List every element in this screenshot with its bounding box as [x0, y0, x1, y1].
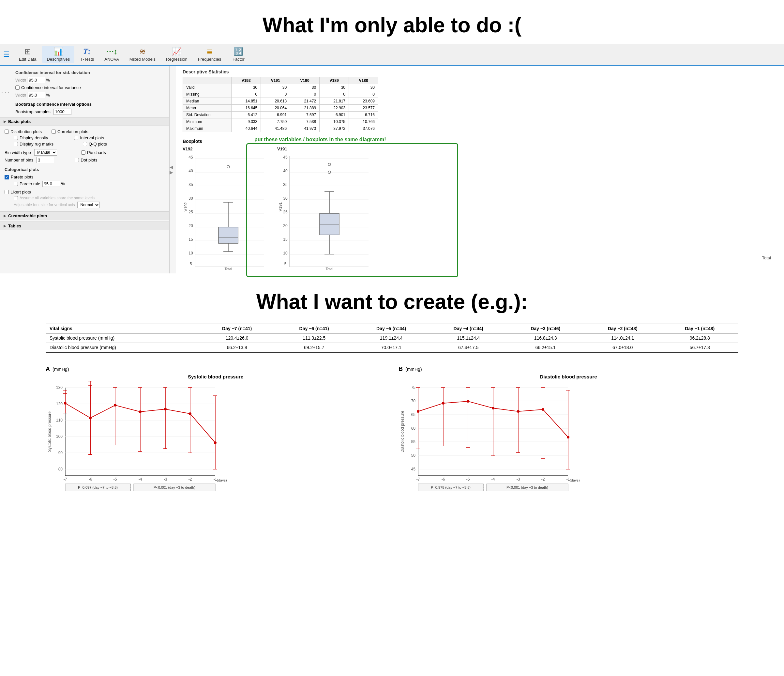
svg-text:20: 20: [283, 223, 288, 228]
num-bins-input[interactable]: [36, 157, 54, 163]
svg-text:35: 35: [188, 182, 193, 187]
width-input-1[interactable]: [27, 77, 45, 83]
boxplots-area: Boxplots put these variables / boxplots …: [183, 139, 778, 270]
factor-button[interactable]: 🔢 Factor: [227, 46, 250, 63]
dot-plots-label: Dot plots: [81, 157, 97, 162]
chart-a-svg: 80 90 100 110 120 130: [46, 381, 222, 505]
vital-cell-1-2: 69.2±15.7: [275, 343, 353, 353]
dot-plots-checkbox[interactable]: [75, 158, 79, 162]
vital-row-0: Systolic blood pressure (mmHg)120.4±26.0…: [46, 333, 738, 343]
pie-charts-checkbox[interactable]: [81, 150, 86, 155]
chart-a-panel: A: [46, 366, 50, 372]
stats-col-v191: V191: [261, 77, 290, 84]
edit-data-label: Edit Data: [19, 57, 36, 62]
vital-cell-1-0: Diastolic blood pressure (mmHg): [46, 343, 198, 353]
tables-section[interactable]: ▶ Tables: [0, 221, 169, 231]
svg-text:110: 110: [56, 418, 62, 422]
pareto-rule-row: Pareto rule %: [5, 180, 165, 188]
v192-boxplot-svg: 45 40 35 30 25 20 15 10 5: [183, 153, 274, 270]
edit-data-button[interactable]: ⊞ Edit Data: [14, 46, 41, 63]
likert-label: Likert plots: [11, 190, 31, 195]
descriptives-button[interactable]: 📊 Descriptives: [42, 46, 75, 63]
stats-cell-2-3: 21.472: [290, 98, 320, 105]
vital-cell-1-5: 66.2±15.1: [507, 343, 584, 353]
svg-text:45: 45: [283, 155, 288, 160]
stats-cell-0-1: 30: [232, 84, 261, 91]
stats-cell-1-1: 0: [232, 91, 261, 98]
bin-width-select[interactable]: Manual: [34, 149, 57, 156]
likert-checkbox[interactable]: [5, 190, 9, 194]
qq-plots-checkbox[interactable]: [83, 142, 87, 146]
regression-icon: 📈: [172, 47, 182, 56]
customizable-plots-section[interactable]: ▶ Customizable plots: [0, 212, 169, 220]
pie-charts-label: Pie charts: [87, 150, 106, 155]
svg-text:(days): (days): [570, 478, 580, 482]
v191-label: V191: [277, 146, 381, 151]
num-bins-label: Number of bins: [5, 157, 33, 162]
chart-a-title: Systolic blood pressure: [46, 374, 386, 379]
svg-text:Systolic blood pressure: Systolic blood pressure: [47, 411, 52, 452]
bootstrap-samples-input[interactable]: [53, 109, 72, 115]
interval-plots-checkbox[interactable]: [74, 136, 78, 140]
stats-cell-6-0: Maximum: [183, 125, 232, 132]
stats-row-5: Minimum9.3337.7507.53810.37510.766: [183, 118, 378, 125]
svg-point-101: [64, 402, 67, 405]
svg-text:80: 80: [58, 467, 63, 472]
bootstrap-samples-label: Bootstrap samples: [16, 109, 51, 114]
stats-cell-4-0: Std. Deviation: [183, 112, 232, 118]
svg-text:-4: -4: [138, 477, 142, 481]
stats-cell-0-2: 30: [261, 84, 290, 91]
pareto-pct: %: [61, 181, 65, 186]
regression-button[interactable]: 📈 Regression: [162, 46, 192, 63]
vital-cell-0-0: Systolic blood pressure (mmHg): [46, 333, 198, 343]
svg-text:-5: -5: [114, 477, 117, 481]
vital-cell-0-1: 120.4±26.0: [198, 333, 275, 343]
ci-variance-checkbox[interactable]: [16, 86, 20, 90]
svg-text:-1: -1: [214, 477, 217, 481]
mixed-models-button[interactable]: ≋ Mixed Models: [125, 46, 160, 63]
svg-text:-5: -5: [467, 477, 470, 481]
categorical-title: Categorical plots: [0, 165, 169, 173]
vital-cell-1-1: 66.2±13.8: [198, 343, 275, 353]
panel-drag-handle[interactable]: · · ·: [0, 90, 11, 95]
stats-cell-2-1: 14.851: [232, 98, 261, 105]
pareto-val-input[interactable]: [42, 181, 60, 187]
frequencies-button[interactable]: ≣ Frequencies: [193, 46, 226, 63]
svg-point-165: [542, 408, 544, 411]
ci-std-dev-label: Confidence interval for std. deviation: [11, 69, 96, 76]
panel-collapse-handle[interactable]: ◀ ▶: [170, 66, 176, 273]
basic-plots-section[interactable]: ▶ Basic plots: [0, 117, 169, 126]
stats-row-0: Valid3030303030: [183, 84, 378, 91]
svg-text:45: 45: [188, 155, 193, 160]
chart-a-data: [63, 385, 217, 469]
edit-data-icon: ⊞: [25, 47, 31, 56]
font-select[interactable]: Normal: [77, 202, 100, 208]
total-label: Total: [762, 255, 771, 260]
stats-cell-0-3: 30: [290, 84, 320, 91]
stats-cell-5-5: 10.766: [349, 118, 378, 125]
pareto-checkbox[interactable]: ✓: [5, 175, 9, 179]
likert-row: Likert plots: [5, 189, 165, 195]
width-input-2[interactable]: [27, 92, 45, 98]
stats-col-v189: V189: [320, 77, 349, 84]
customizable-plots-label: Customizable plots: [8, 213, 47, 218]
correlation-plots-checkbox[interactable]: [51, 129, 56, 134]
v191-boxplot-svg: 45 40 35 30 25 20 15 10 5: [277, 153, 381, 270]
content-area: · · · Confidence interval for std. devia…: [0, 65, 784, 273]
chart-b-unit: (mmHg): [405, 367, 422, 372]
stats-cell-3-5: 23.577: [349, 105, 378, 112]
distribution-plots-checkbox[interactable]: [5, 129, 9, 134]
display-density-checkbox[interactable]: [14, 136, 18, 140]
bootstrap-title: Bootstrap confidence interval options: [11, 99, 96, 107]
assume-vars-checkbox[interactable]: [14, 196, 18, 200]
svg-text:45: 45: [411, 467, 416, 472]
ttests-button[interactable]: 𝑇↕ T-Tests: [76, 46, 98, 63]
display-rug-checkbox[interactable]: [14, 142, 18, 146]
svg-text:25: 25: [188, 210, 193, 214]
stats-cell-4-2: 6.991: [261, 112, 290, 118]
pareto-row: ✓ Pareto plots: [5, 174, 165, 180]
anova-button[interactable]: ⋯↕ ANOVA: [100, 46, 124, 63]
hamburger-icon[interactable]: ☰: [3, 50, 10, 59]
svg-text:50: 50: [411, 453, 416, 458]
pareto-rule-checkbox[interactable]: [14, 182, 18, 186]
